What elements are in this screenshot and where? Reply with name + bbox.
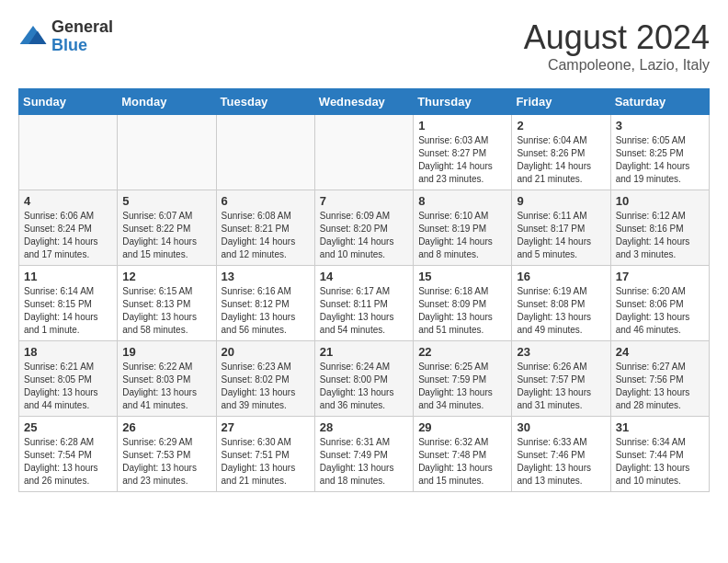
day-info: Sunrise: 6:10 AM Sunset: 8:19 PM Dayligh… xyxy=(418,210,506,261)
day-info: Sunrise: 6:19 AM Sunset: 8:08 PM Dayligh… xyxy=(517,285,605,337)
location-subtitle: Campoleone, Lazio, Italy xyxy=(524,57,710,74)
calendar-cell: 9Sunrise: 6:11 AM Sunset: 8:17 PM Daylig… xyxy=(512,190,610,266)
day-number: 6 xyxy=(222,194,310,208)
calendar-table: SundayMondayTuesdayWednesdayThursdayFrid… xyxy=(18,88,710,492)
title-block: August 2024 Campoleone, Lazio, Italy xyxy=(524,18,710,74)
calendar-week-1: 1Sunrise: 6:03 AM Sunset: 8:27 PM Daylig… xyxy=(19,115,710,190)
weekday-header-thursday: Thursday xyxy=(414,89,512,115)
day-info: Sunrise: 6:07 AM Sunset: 8:22 PM Dayligh… xyxy=(122,210,210,261)
calendar-week-5: 25Sunrise: 6:28 AM Sunset: 7:54 PM Dayli… xyxy=(19,417,710,492)
day-number: 29 xyxy=(418,420,506,434)
day-number: 14 xyxy=(320,270,408,283)
calendar-cell: 5Sunrise: 6:07 AM Sunset: 8:22 PM Daylig… xyxy=(118,190,216,266)
day-number: 23 xyxy=(517,345,605,359)
weekday-header-monday: Monday xyxy=(118,89,216,115)
day-number: 28 xyxy=(320,420,408,434)
day-number: 2 xyxy=(517,119,605,132)
day-info: Sunrise: 6:08 AM Sunset: 8:21 PM Dayligh… xyxy=(222,210,310,261)
calendar-week-4: 18Sunrise: 6:21 AM Sunset: 8:05 PM Dayli… xyxy=(19,341,710,417)
day-number: 25 xyxy=(24,420,112,434)
day-info: Sunrise: 6:31 AM Sunset: 7:49 PM Dayligh… xyxy=(320,436,408,488)
day-number: 26 xyxy=(122,420,210,434)
calendar-cell: 8Sunrise: 6:10 AM Sunset: 8:19 PM Daylig… xyxy=(414,190,512,266)
weekday-header-wednesday: Wednesday xyxy=(314,89,413,115)
day-number: 19 xyxy=(122,345,210,359)
calendar-cell: 15Sunrise: 6:18 AM Sunset: 8:09 PM Dayli… xyxy=(414,266,512,341)
day-info: Sunrise: 6:14 AM Sunset: 8:15 PM Dayligh… xyxy=(24,285,112,337)
logo-icon xyxy=(18,22,48,52)
calendar-header: SundayMondayTuesdayWednesdayThursdayFrid… xyxy=(19,89,710,115)
day-number: 3 xyxy=(616,119,704,132)
weekday-header-saturday: Saturday xyxy=(610,89,709,115)
calendar-cell: 19Sunrise: 6:22 AM Sunset: 8:03 PM Dayli… xyxy=(118,341,216,417)
day-number: 7 xyxy=(320,194,408,208)
calendar-cell: 1Sunrise: 6:03 AM Sunset: 8:27 PM Daylig… xyxy=(414,115,512,190)
day-info: Sunrise: 6:29 AM Sunset: 7:53 PM Dayligh… xyxy=(122,436,210,488)
calendar-cell: 24Sunrise: 6:27 AM Sunset: 7:56 PM Dayli… xyxy=(610,341,709,417)
calendar-cell: 27Sunrise: 6:30 AM Sunset: 7:51 PM Dayli… xyxy=(216,417,314,492)
calendar-cell xyxy=(314,115,413,190)
calendar-cell: 29Sunrise: 6:32 AM Sunset: 7:48 PM Dayli… xyxy=(414,417,512,492)
day-info: Sunrise: 6:22 AM Sunset: 8:03 PM Dayligh… xyxy=(122,361,210,412)
calendar-cell: 22Sunrise: 6:25 AM Sunset: 7:59 PM Dayli… xyxy=(414,341,512,417)
calendar-cell: 13Sunrise: 6:16 AM Sunset: 8:12 PM Dayli… xyxy=(216,266,314,341)
calendar-cell: 20Sunrise: 6:23 AM Sunset: 8:02 PM Dayli… xyxy=(216,341,314,417)
day-number: 18 xyxy=(24,345,112,359)
day-number: 20 xyxy=(222,345,310,359)
calendar-cell: 18Sunrise: 6:21 AM Sunset: 8:05 PM Dayli… xyxy=(19,341,118,417)
day-number: 5 xyxy=(122,194,210,208)
day-info: Sunrise: 6:11 AM Sunset: 8:17 PM Dayligh… xyxy=(517,210,605,261)
calendar-cell xyxy=(19,115,118,190)
logo-text: General Blue xyxy=(51,18,113,55)
day-info: Sunrise: 6:17 AM Sunset: 8:11 PM Dayligh… xyxy=(320,285,408,337)
calendar-cell xyxy=(216,115,314,190)
calendar-cell: 23Sunrise: 6:26 AM Sunset: 7:57 PM Dayli… xyxy=(512,341,610,417)
calendar-cell: 14Sunrise: 6:17 AM Sunset: 8:11 PM Dayli… xyxy=(314,266,413,341)
calendar-cell: 21Sunrise: 6:24 AM Sunset: 8:00 PM Dayli… xyxy=(314,341,413,417)
day-info: Sunrise: 6:33 AM Sunset: 7:46 PM Dayligh… xyxy=(517,436,605,488)
logo-blue-text: Blue xyxy=(51,37,113,55)
day-info: Sunrise: 6:30 AM Sunset: 7:51 PM Dayligh… xyxy=(222,436,310,488)
day-number: 11 xyxy=(24,270,112,283)
calendar-cell: 31Sunrise: 6:34 AM Sunset: 7:44 PM Dayli… xyxy=(610,417,709,492)
day-info: Sunrise: 6:06 AM Sunset: 8:24 PM Dayligh… xyxy=(24,210,112,261)
day-number: 1 xyxy=(418,119,506,132)
logo: General Blue xyxy=(18,18,113,55)
day-info: Sunrise: 6:15 AM Sunset: 8:13 PM Dayligh… xyxy=(122,285,210,337)
day-info: Sunrise: 6:21 AM Sunset: 8:05 PM Dayligh… xyxy=(24,361,112,412)
month-year-title: August 2024 xyxy=(524,18,710,57)
day-info: Sunrise: 6:27 AM Sunset: 7:56 PM Dayligh… xyxy=(616,361,704,412)
calendar-cell: 2Sunrise: 6:04 AM Sunset: 8:26 PM Daylig… xyxy=(512,115,610,190)
day-info: Sunrise: 6:03 AM Sunset: 8:27 PM Dayligh… xyxy=(418,134,506,186)
calendar-cell: 26Sunrise: 6:29 AM Sunset: 7:53 PM Dayli… xyxy=(118,417,216,492)
day-info: Sunrise: 6:12 AM Sunset: 8:16 PM Dayligh… xyxy=(616,210,704,261)
day-info: Sunrise: 6:32 AM Sunset: 7:48 PM Dayligh… xyxy=(418,436,506,488)
calendar-week-2: 4Sunrise: 6:06 AM Sunset: 8:24 PM Daylig… xyxy=(19,190,710,266)
page-header: General Blue August 2024 Campoleone, Laz… xyxy=(18,18,710,74)
calendar-cell xyxy=(118,115,216,190)
day-number: 17 xyxy=(616,270,704,283)
day-number: 31 xyxy=(616,420,704,434)
calendar-cell: 25Sunrise: 6:28 AM Sunset: 7:54 PM Dayli… xyxy=(19,417,118,492)
day-info: Sunrise: 6:26 AM Sunset: 7:57 PM Dayligh… xyxy=(517,361,605,412)
day-number: 8 xyxy=(418,194,506,208)
weekday-header-row: SundayMondayTuesdayWednesdayThursdayFrid… xyxy=(19,89,710,115)
weekday-header-sunday: Sunday xyxy=(19,89,118,115)
calendar-cell: 7Sunrise: 6:09 AM Sunset: 8:20 PM Daylig… xyxy=(314,190,413,266)
weekday-header-friday: Friday xyxy=(512,89,610,115)
day-number: 13 xyxy=(222,270,310,283)
day-number: 9 xyxy=(517,194,605,208)
calendar-cell: 30Sunrise: 6:33 AM Sunset: 7:46 PM Dayli… xyxy=(512,417,610,492)
day-number: 4 xyxy=(24,194,112,208)
calendar-cell: 28Sunrise: 6:31 AM Sunset: 7:49 PM Dayli… xyxy=(314,417,413,492)
day-number: 24 xyxy=(616,345,704,359)
calendar-week-3: 11Sunrise: 6:14 AM Sunset: 8:15 PM Dayli… xyxy=(19,266,710,341)
day-number: 27 xyxy=(222,420,310,434)
day-info: Sunrise: 6:24 AM Sunset: 8:00 PM Dayligh… xyxy=(320,361,408,412)
day-number: 12 xyxy=(122,270,210,283)
day-info: Sunrise: 6:05 AM Sunset: 8:25 PM Dayligh… xyxy=(616,134,704,186)
day-info: Sunrise: 6:18 AM Sunset: 8:09 PM Dayligh… xyxy=(418,285,506,337)
day-number: 21 xyxy=(320,345,408,359)
calendar-cell: 4Sunrise: 6:06 AM Sunset: 8:24 PM Daylig… xyxy=(19,190,118,266)
calendar-cell: 17Sunrise: 6:20 AM Sunset: 8:06 PM Dayli… xyxy=(610,266,709,341)
